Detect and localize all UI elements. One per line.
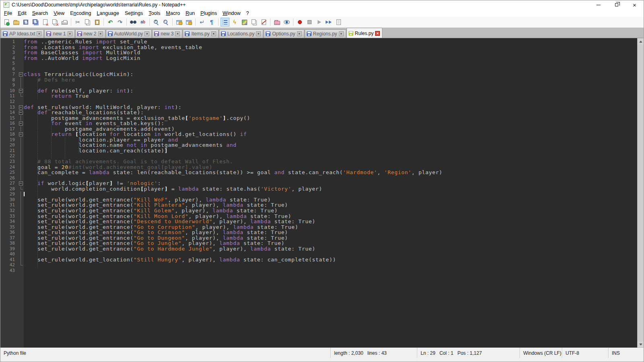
tab-regions-py[interactable]: Regions.py× bbox=[305, 29, 346, 38]
menu-view[interactable]: View bbox=[51, 10, 67, 17]
code-line[interactable]: 5 bbox=[0, 61, 637, 66]
tab-autoworld-py[interactable]: AutoWorld.py× bbox=[106, 29, 152, 38]
tab-new-3[interactable]: new 3× bbox=[152, 29, 182, 38]
menu-window[interactable]: Window bbox=[220, 10, 243, 17]
macro-save-icon[interactable] bbox=[334, 18, 343, 27]
fold-collapse-icon[interactable] bbox=[18, 105, 24, 110]
code-line[interactable]: 29 bbox=[0, 191, 637, 197]
sync-vertical-icon[interactable] bbox=[175, 18, 184, 27]
scrollbar-thumb[interactable] bbox=[638, 45, 644, 341]
code-line[interactable]: 28 world.completion_condition[player] = … bbox=[0, 186, 637, 192]
code-line[interactable]: 18 return [location for location in worl… bbox=[0, 132, 637, 137]
tab-close-icon[interactable]: × bbox=[68, 31, 72, 36]
minimize-button[interactable] bbox=[589, 0, 607, 9]
code-line[interactable]: 38 set_rule(world.get_entrance("Go to Ju… bbox=[0, 241, 637, 246]
zoom-in-icon[interactable]: + bbox=[152, 18, 161, 27]
redo-icon[interactable]: ↷ bbox=[116, 18, 124, 27]
indent-guide-icon[interactable] bbox=[221, 18, 229, 27]
menu-tools[interactable]: Tools bbox=[146, 10, 163, 17]
menu-language[interactable]: Language bbox=[94, 10, 122, 17]
code-line[interactable]: 16 for event in events_table.keys(): bbox=[0, 121, 637, 126]
code-line[interactable]: 4from ..AutoWorld import LogicMixin bbox=[0, 56, 637, 61]
code-line[interactable]: 36 set_rule(world.get_entrance("Go to Cr… bbox=[0, 230, 637, 235]
code-line[interactable]: 21 location.can_reach(state)] bbox=[0, 148, 637, 154]
tab-close-icon[interactable]: × bbox=[211, 31, 216, 36]
view-eye-icon[interactable] bbox=[282, 18, 291, 27]
code-line[interactable]: 33 set_rule(world.get_entrance("Kill Moo… bbox=[0, 214, 637, 219]
code-line[interactable]: 2from .Locations import exclusion_table,… bbox=[0, 45, 637, 50]
tab-close-icon[interactable]: × bbox=[256, 31, 261, 36]
code-line[interactable]: 3from BaseClasses import MultiWorld bbox=[0, 50, 637, 56]
menu-file[interactable]: File bbox=[1, 10, 15, 17]
code-line[interactable]: 23 # 88 total achievements. Goal is to d… bbox=[0, 159, 637, 165]
paste-icon[interactable] bbox=[93, 18, 101, 27]
tab-close-icon[interactable]: × bbox=[144, 31, 149, 36]
fold-collapse-icon[interactable] bbox=[18, 121, 24, 126]
code-line[interactable]: 26 bbox=[0, 175, 637, 181]
fold-collapse-icon[interactable] bbox=[18, 181, 24, 186]
code-line[interactable]: 9 bbox=[0, 82, 637, 88]
word-wrap-icon[interactable]: ↵ bbox=[198, 18, 206, 27]
file-monitor-icon[interactable] bbox=[259, 18, 268, 27]
fold-collapse-icon[interactable] bbox=[18, 88, 24, 94]
macro-stop-icon[interactable] bbox=[305, 18, 314, 27]
code-line[interactable]: 40 bbox=[0, 251, 637, 257]
cut-icon[interactable]: ✂ bbox=[73, 18, 82, 27]
code-line[interactable]: 27 if world.logic[player] != 'nologic': bbox=[0, 181, 637, 186]
save-all-icon[interactable] bbox=[31, 18, 40, 27]
code-line[interactable]: 31 set_rule(world.get_entrance("Kill Pla… bbox=[0, 202, 637, 208]
code-line[interactable]: 24 goal = 20#int(world.achievement_goal[… bbox=[0, 165, 637, 170]
print-icon[interactable] bbox=[60, 18, 69, 27]
menu-edit[interactable]: Edit bbox=[15, 10, 29, 17]
code-line[interactable]: 34 set_rule(world.get_entrance("Descend … bbox=[0, 219, 637, 224]
macro-record-icon[interactable] bbox=[295, 18, 304, 27]
menu-settings[interactable]: Settings bbox=[122, 10, 146, 17]
copy-icon[interactable] bbox=[83, 18, 92, 27]
code-line[interactable]: 32 set_rule(world.get_entrance("Kill Gol… bbox=[0, 208, 637, 214]
find-icon[interactable] bbox=[129, 18, 138, 27]
save-icon[interactable] bbox=[21, 18, 30, 27]
menu-run[interactable]: Run bbox=[183, 10, 198, 17]
document-list-icon[interactable] bbox=[250, 18, 258, 27]
macro-play-icon[interactable] bbox=[315, 18, 324, 27]
code-line[interactable]: 39 set_rule(world.get_entrance("Go to Ha… bbox=[0, 246, 637, 252]
code-line[interactable]: 1from ..generic.Rules import set_rule bbox=[0, 39, 637, 45]
menu-search[interactable]: Search bbox=[29, 10, 51, 17]
fold-collapse-icon[interactable] bbox=[18, 72, 24, 77]
code-line[interactable]: 11 return True bbox=[0, 93, 637, 99]
code-line[interactable]: 20 location.name not in postgame_advance… bbox=[0, 142, 637, 148]
tab-rules-py[interactable]: Rules.py× bbox=[347, 28, 383, 38]
code-line[interactable]: 10 def rule(self, player: int): bbox=[0, 88, 637, 94]
close-icon[interactable] bbox=[41, 18, 50, 27]
sync-horizontal-icon[interactable] bbox=[184, 18, 193, 27]
tab-locations-py[interactable]: Locations.py× bbox=[219, 29, 263, 38]
tab-close-icon[interactable]: × bbox=[297, 31, 302, 36]
tab-close-icon[interactable]: × bbox=[339, 31, 344, 36]
tab-close-icon[interactable]: × bbox=[375, 31, 380, 36]
code-line[interactable]: 42 bbox=[0, 262, 637, 268]
tab-new-1[interactable]: new 1× bbox=[44, 29, 74, 38]
code-line[interactable]: 15 postgame_advancements = exclusion_tab… bbox=[0, 115, 637, 121]
open-icon[interactable] bbox=[12, 18, 21, 27]
scroll-up-arrow[interactable] bbox=[638, 38, 644, 45]
code-line[interactable]: 37 set_rule(world.get_entrance("Go to Du… bbox=[0, 235, 637, 241]
undo-icon[interactable]: ↶ bbox=[106, 18, 115, 27]
menu-plugins[interactable]: Plugins bbox=[198, 10, 220, 17]
tab-new-2[interactable]: new 2× bbox=[75, 29, 105, 38]
code-line[interactable]: 6 bbox=[0, 66, 637, 72]
menu-encoding[interactable]: Encoding bbox=[67, 10, 94, 17]
code-line[interactable]: 7class TerrariaLogic(LogicMixin): bbox=[0, 72, 637, 77]
code-line[interactable]: 12 bbox=[0, 99, 637, 105]
new-file-icon[interactable] bbox=[2, 18, 11, 27]
code-line[interactable]: 8 # Defs here bbox=[0, 77, 637, 83]
close-button[interactable]: × bbox=[625, 0, 644, 9]
replace-icon[interactable]: ab bbox=[138, 18, 147, 27]
tab-close-icon[interactable]: × bbox=[37, 31, 41, 36]
tab-close-icon[interactable]: × bbox=[175, 31, 180, 36]
code-line[interactable]: 19 location.player == player and bbox=[0, 137, 637, 143]
code-line[interactable]: 35 set_rule(world.get_entrance("Go to Co… bbox=[0, 224, 637, 230]
tab-ap-ideas-txt[interactable]: AP Ideas.txt× bbox=[1, 29, 44, 38]
fold-collapse-icon[interactable] bbox=[18, 132, 24, 137]
menu-macro[interactable]: Macro bbox=[163, 10, 183, 17]
code-line[interactable]: 43 bbox=[0, 268, 637, 274]
